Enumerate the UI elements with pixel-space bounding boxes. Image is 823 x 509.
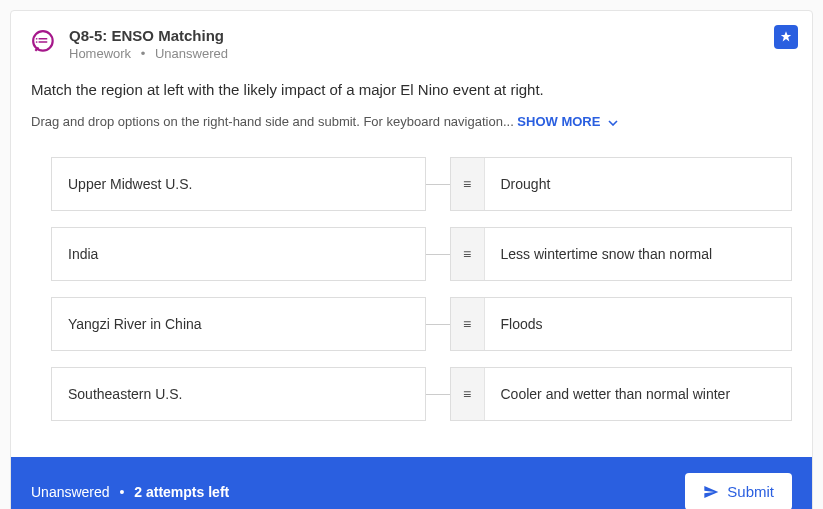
svg-point-4 (36, 41, 38, 43)
connector-line (426, 297, 450, 351)
drag-handle-icon[interactable]: ≡ (451, 228, 485, 280)
question-meta: Homework • Unanswered (69, 46, 228, 61)
match-right-item[interactable]: ≡ Floods (450, 297, 793, 351)
match-right-label: Floods (485, 298, 792, 350)
instructions-line: Drag and drop options on the right-hand … (11, 102, 812, 137)
separator-dot: • (120, 484, 125, 500)
match-right-item[interactable]: ≡ Less wintertime snow than normal (450, 227, 793, 281)
question-category: Homework (69, 46, 131, 61)
question-type-icon (31, 29, 57, 55)
svg-point-0 (33, 31, 52, 50)
drag-handle-icon[interactable]: ≡ (451, 158, 485, 210)
separator-dot: • (141, 46, 146, 61)
match-left-item: Southeastern U.S. (51, 367, 426, 421)
match-right-label: Drought (485, 158, 792, 210)
submit-label: Submit (727, 483, 774, 500)
drag-handle-icon[interactable]: ≡ (451, 368, 485, 420)
footer-status: Unanswered • 2 attempts left (31, 484, 229, 500)
match-row: Upper Midwest U.S. ≡ Drought (51, 157, 792, 211)
footer-answered-status: Unanswered (31, 484, 110, 500)
match-row: Southeastern U.S. ≡ Cooler and wetter th… (51, 367, 792, 421)
question-prompt: Match the region at left with the likely… (11, 69, 812, 102)
match-right-item[interactable]: ≡ Drought (450, 157, 793, 211)
submit-button[interactable]: Submit (685, 473, 792, 509)
show-more-toggle[interactable]: SHOW MORE (517, 114, 618, 129)
match-left-item: India (51, 227, 426, 281)
match-row: India ≡ Less wintertime snow than normal (51, 227, 792, 281)
svg-point-3 (36, 38, 38, 40)
connector-line (426, 227, 450, 281)
match-right-label: Cooler and wetter than normal winter (485, 368, 792, 420)
question-card: Q8-5: ENSO Matching Homework • Unanswere… (10, 10, 813, 509)
matching-area: Upper Midwest U.S. ≡ Drought India ≡ Les… (11, 137, 812, 457)
connector-line (426, 367, 450, 421)
star-icon (779, 30, 793, 44)
question-status: Unanswered (155, 46, 228, 61)
match-right-item[interactable]: ≡ Cooler and wetter than normal winter (450, 367, 793, 421)
match-left-item: Yangzi River in China (51, 297, 426, 351)
send-icon (703, 484, 719, 500)
instructions-text: Drag and drop options on the right-hand … (31, 114, 517, 129)
drag-handle-icon[interactable]: ≡ (451, 298, 485, 350)
bookmark-button[interactable] (774, 25, 798, 49)
match-row: Yangzi River in China ≡ Floods (51, 297, 792, 351)
question-title: Q8-5: ENSO Matching (69, 27, 228, 44)
header-text-block: Q8-5: ENSO Matching Homework • Unanswere… (69, 27, 228, 61)
connector-line (426, 157, 450, 211)
show-more-label: SHOW MORE (517, 114, 600, 129)
question-header: Q8-5: ENSO Matching Homework • Unanswere… (11, 11, 812, 69)
footer-attempts: 2 attempts left (134, 484, 229, 500)
question-footer: Unanswered • 2 attempts left Submit (11, 457, 812, 509)
match-right-label: Less wintertime snow than normal (485, 228, 792, 280)
chevron-down-icon (608, 114, 618, 129)
match-left-item: Upper Midwest U.S. (51, 157, 426, 211)
